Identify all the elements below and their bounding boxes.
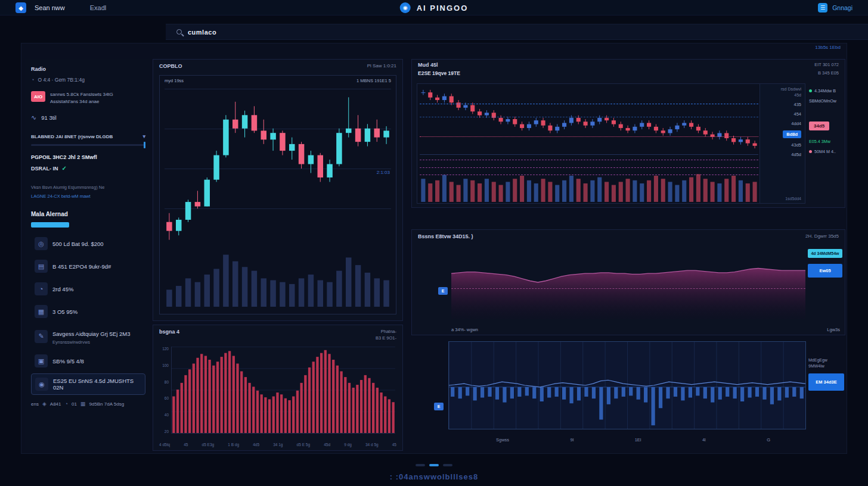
sidebar-stat-text: 91 3til — [41, 114, 56, 121]
sidebar-item-strategy[interactable]: ✎ Savgess Aidtquiay Grj 5Ej 2M3 Eynsnssw… — [31, 324, 145, 348]
panel-note: EIT 301 072 — [814, 62, 839, 68]
axis-badge: E — [438, 287, 448, 295]
progress-fill — [31, 222, 69, 228]
bank-icon: ▤ — [35, 260, 48, 273]
sidebar-section-label: Radio — [31, 66, 145, 72]
signal-line — [420, 136, 758, 137]
pagination-dot[interactable] — [416, 464, 425, 466]
sidebar-meta-row: ◔ O 4:4 · Gem 7B:1:4g — [31, 77, 145, 83]
panel-header-row1: Mud 45l EIT 301 072 — [412, 60, 845, 68]
pingoo-logo-icon: ◉ — [400, 2, 411, 13]
sidebar-alert[interactable]: AIO sanrws 5.8Ck Fanslswts 34tG Assistaf… — [31, 91, 145, 105]
alert-text: sanrws 5.8Ck Fanslswts 34tG Assistafd'an… — [50, 91, 113, 105]
indicator-subchart — [420, 154, 758, 202]
dashboard-panel: 13b5s 1Ebd Radio ◔ O 4:4 · Gem 7B:1:4g A… — [21, 43, 847, 454]
slider-thumb[interactable] — [144, 142, 145, 148]
right-volume-chart — [420, 173, 758, 202]
x-axis-labels: Sgwss 9l 1El 4l G — [448, 437, 806, 443]
search-bar[interactable]: cumlaco — [166, 24, 868, 40]
current-price-badge[interactable]: Bd8d — [783, 130, 801, 138]
pink-dot-icon — [809, 150, 812, 153]
sidebar-item-winrate[interactable]: ▦ 3 O5 95% — [31, 301, 145, 322]
detail-candlestick-panel: Mud 45l EIT 301 072 E2SE 19qve 19TE B 34… — [411, 59, 845, 208]
sidebar-slider[interactable] — [31, 144, 145, 146]
sidebar-item-markets[interactable]: ◉ ES25 EU SnNS 4.5d JMUSHTS 02N — [31, 373, 145, 395]
panel-status: Pl Saw 1:0:21 — [367, 63, 396, 68]
topbar-left: ◆ Sean nww Exadl — [16, 0, 106, 15]
sidebar-item-balance[interactable]: ◎ 500 Ld Bat 9d. $200 — [31, 233, 145, 254]
footer-text: : :04answwolblllses8 — [0, 472, 868, 481]
sidebar-item-uptime[interactable]: ◔ 2rd 45% — [31, 279, 145, 299]
strategy-title: PGPOIL 3HC2 Jhl 2 SMwfl — [31, 154, 145, 160]
blue-action-badge[interactable]: EM 34d3E — [808, 373, 844, 391]
legend-item-profit: E05.4 3Mw — [809, 139, 842, 144]
panel-title: bsgna 4 — [159, 329, 179, 335]
sidebar-meta-text: O 4:4 · Gem 7B:1:4g — [38, 77, 84, 83]
blue-value-badge[interactable]: Ew05 — [808, 264, 842, 278]
top-right-note: 13b5s 1Ebd — [815, 45, 841, 50]
cyan-value-badge[interactable]: 4d 34MdM54w — [808, 249, 842, 258]
strategy-dropdown[interactable]: BLABNED JAI 8NET (rjsnvw DLGDB ▾ — [31, 133, 145, 139]
green-dot-icon — [809, 89, 812, 92]
candlestick-chart-frame: myd 19ss 1 MBNS 191E1 5 2:1:03 — [159, 75, 396, 314]
x-axis-labels: 4 d5tq 45 d5 E3g 1 B dg 4d5 34 1g d5 E 5… — [159, 443, 396, 447]
app-title: AI PINGOO — [417, 4, 469, 13]
panel-meta: Phatna- B3 E 9O1- — [376, 329, 396, 341]
equity-area-panel: Bssns E8tvw 34D15. ) 2H. Dgwrr 35d5 E 4d… — [411, 229, 845, 335]
topbar-center: ◉ AI PINGOO — [400, 0, 469, 15]
coins-icon: ◎ — [35, 237, 48, 250]
right-candles-chart[interactable] — [420, 86, 758, 152]
red-histogram-chart[interactable] — [171, 347, 395, 434]
histogram-body: 120 100 80 60 40 20 — [159, 347, 395, 434]
center-volume-chart — [165, 252, 391, 307]
panel-note: 2H. Dgwrr 35d5 — [805, 233, 839, 239]
alert-badge: AIO — [31, 91, 45, 102]
nav-item-exadl[interactable]: Exadl — [90, 4, 107, 11]
blue-linebar-chart[interactable] — [448, 341, 806, 429]
panel-footer: a 34%- wgwn Lgw3s — [451, 327, 840, 332]
chart-subheader: myd 19ss 1 MBNS 191E1 5 — [160, 76, 396, 86]
sidebar-footer: ens ◈ A841 ◔ 01 ▦ 9d5Bn 7dA 5dsg — [31, 401, 145, 407]
sidebar-item-exchange[interactable]: ▤ B 451 E2PO4 9ukr-9d# — [31, 256, 145, 276]
sell-price-badge[interactable]: 34d5 — [809, 122, 829, 130]
strategy-dropdown-label: BLABNED JAI 8NET (rjsnvw DLGDB — [31, 134, 113, 139]
side-text-2: 9MW4lw — [808, 364, 844, 368]
pagination-dot[interactable] — [443, 464, 452, 466]
panel-header: Bssns E8tvw 34D15. ) 2H. Dgwrr 35d5 — [412, 230, 845, 241]
center-candles-chart[interactable] — [165, 89, 391, 248]
search-input[interactable]: cumlaco — [188, 29, 216, 36]
chart-legend: 4.34Mdw B SBMdOMnOw 34d5 E05.4 3Mw 50M4 … — [805, 83, 842, 204]
app-logo-icon[interactable]: ◆ — [16, 2, 26, 13]
image-icon: ▣ — [35, 354, 48, 367]
nav-item-scan[interactable]: Sean nww — [35, 4, 65, 11]
status-row: DSRAL- IN ✓ — [31, 165, 145, 172]
purple-area-chart[interactable] — [451, 245, 805, 319]
chart-body: rsd Dsdwvl 45d 435 454 4dd4 Bd8d 43d5 4d… — [417, 83, 842, 204]
login-link[interactable]: Gnnagi — [832, 4, 852, 11]
chart-line-icon: ∿ — [31, 114, 36, 122]
sidebar-stat-row[interactable]: ∿ 91 3til — [31, 114, 145, 122]
market-candlestick-panel: COPBLO Pl Saw 1:0:21 myd 19ss 1 MBNS 191… — [153, 59, 403, 321]
clock-small-icon: ◔ — [65, 401, 68, 407]
price-scale: rsd Dsdwvl 45d 435 454 4dd4 Bd8d 43d5 4d… — [760, 83, 805, 204]
sidebar-item-ratio[interactable]: ▣ SB% 9/5 4/8 — [31, 351, 145, 371]
details-link[interactable]: LAGNE 24-CX betd-wM mawt — [31, 194, 145, 199]
axis-badge: E — [434, 403, 444, 410]
mean-line — [451, 288, 805, 289]
panel-header: COPBLO Pl Saw 1:0:21 — [153, 60, 402, 70]
sidebar: Radio ◔ O 4:4 · Gem 7B:1:4g AIO sanrws 5… — [25, 59, 150, 450]
globe-icon: ◉ — [35, 378, 48, 391]
alerts-heading: Mala Alernad — [31, 211, 145, 217]
band-line-upper — [420, 160, 758, 160]
price-note: 2:1:03 — [377, 170, 390, 175]
pagination-dot-active[interactable] — [429, 464, 439, 466]
volume-label: B 345 E05 — [818, 70, 839, 76]
footer-right-label: Lgw3s — [827, 327, 840, 332]
y-axis-labels: 120 100 80 60 40 20 — [159, 347, 171, 434]
progress-bar — [31, 222, 69, 228]
timer-icon: ◔ — [31, 77, 34, 83]
chat-icon[interactable]: ☰ — [818, 3, 827, 13]
description-line: Vksn Bsvn Aiumlg Esjummsnnsg) Ne — [31, 185, 145, 190]
side-badges: 4d 34MdM54w Ew05 — [808, 249, 842, 278]
panel-title: Mud 45l — [418, 62, 438, 68]
